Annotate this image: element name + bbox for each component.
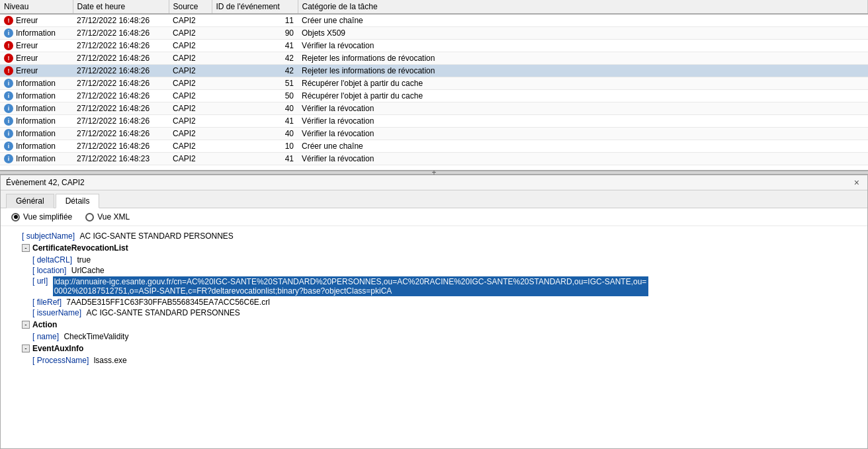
radio-simplified-circle bbox=[11, 213, 20, 222]
cell-source: CAPI2 bbox=[169, 153, 212, 165]
level-text: Information bbox=[16, 154, 56, 163]
info-icon: i bbox=[4, 129, 13, 138]
tab-general[interactable]: Général bbox=[6, 194, 54, 208]
cell-date: 27/12/2022 16:48:26 bbox=[73, 140, 169, 153]
level-text: Information bbox=[16, 129, 56, 138]
cell-category: Récupérer l'objet à partir du cache bbox=[298, 90, 868, 102]
fileref-line: [ fileRef] 7AAD5E315FF1C63F30FFAB5568345… bbox=[32, 298, 857, 307]
section-crl-header: - CertificateRevocationList bbox=[11, 243, 857, 253]
level-text: Erreur bbox=[16, 54, 38, 63]
level-text: Erreur bbox=[16, 66, 38, 75]
info-icon: i bbox=[4, 142, 13, 151]
cell-category: Vérifier la révocation bbox=[298, 40, 868, 52]
level-text: Erreur bbox=[16, 41, 38, 50]
col-id[interactable]: ID de l'événement bbox=[212, 0, 298, 14]
cell-date: 27/12/2022 16:48:26 bbox=[73, 27, 169, 40]
cell-source: CAPI2 bbox=[169, 14, 212, 27]
table-scroll[interactable]: Niveau Date et heure Source ID de l'évén… bbox=[0, 0, 868, 170]
section-action-name: Action bbox=[32, 320, 57, 329]
table-row[interactable]: !Erreur27/12/2022 16:48:26CAPI242Rejeter… bbox=[0, 65, 868, 77]
panel-title: Évènement 42, CAPI2 bbox=[6, 178, 85, 187]
cell-source: CAPI2 bbox=[169, 77, 212, 90]
collapse-eventaux-btn[interactable]: - bbox=[22, 345, 30, 352]
error-icon: ! bbox=[4, 66, 13, 75]
cell-source: CAPI2 bbox=[169, 128, 212, 140]
table-row[interactable]: iInformation27/12/2022 16:48:26CAPI241Vé… bbox=[0, 115, 868, 128]
cell-source: CAPI2 bbox=[169, 102, 212, 115]
eventaux-fields: [ ProcessName] lsass.exe bbox=[11, 356, 857, 365]
cell-id: 90 bbox=[212, 27, 298, 40]
table-row[interactable]: iInformation27/12/2022 16:48:26CAPI250Ré… bbox=[0, 90, 868, 102]
subject-name-value: AC IGC-SANTE STANDARD PERSONNES bbox=[79, 231, 233, 241]
location-value: UrlCache bbox=[71, 266, 105, 275]
cell-id: 11 bbox=[212, 14, 298, 27]
location-line: [ location] UrlCache bbox=[32, 266, 857, 275]
collapse-action-btn[interactable]: - bbox=[22, 321, 30, 329]
cell-category: Récupérer l'objet à partir du cache bbox=[298, 77, 868, 90]
cell-id: 41 bbox=[212, 115, 298, 128]
subject-name-key: [ subjectName] bbox=[22, 231, 75, 241]
url-value[interactable]: ldap://annuaire-igc.esante.gouv.fr/cn=AC… bbox=[53, 276, 648, 296]
cell-source: CAPI2 bbox=[169, 90, 212, 102]
cell-source: CAPI2 bbox=[169, 140, 212, 153]
processname-key: [ ProcessName] bbox=[32, 356, 89, 365]
cell-id: 51 bbox=[212, 77, 298, 90]
cell-id: 40 bbox=[212, 102, 298, 115]
issuername-key: [ issuerName] bbox=[32, 308, 81, 317]
section-eventaux-name: EventAuxInfo bbox=[32, 344, 83, 353]
cell-id: 42 bbox=[212, 65, 298, 77]
table-row[interactable]: iInformation27/12/2022 16:48:26CAPI210Cr… bbox=[0, 140, 868, 153]
col-date[interactable]: Date et heure bbox=[73, 0, 169, 14]
cell-id: 41 bbox=[212, 153, 298, 165]
action-fields: [ name] CheckTimeValidity bbox=[11, 332, 857, 341]
fileref-key: [ fileRef] bbox=[32, 298, 62, 307]
col-niveau[interactable]: Niveau bbox=[0, 0, 73, 14]
cell-category: Créer une chaîne bbox=[298, 140, 868, 153]
delta-crl-line: [ deltaCRL] true bbox=[32, 255, 857, 265]
radio-xml[interactable]: Vue XML bbox=[85, 212, 130, 222]
cell-category: Vérifier la révocation bbox=[298, 115, 868, 128]
cell-category: Vérifier la révocation bbox=[298, 102, 868, 115]
info-icon: i bbox=[4, 91, 13, 101]
table-row[interactable]: !Erreur27/12/2022 16:48:26CAPI242Rejeter… bbox=[0, 52, 868, 65]
cell-level: iInformation bbox=[0, 77, 73, 90]
collapse-crl-btn[interactable]: - bbox=[22, 244, 30, 252]
cell-source: CAPI2 bbox=[169, 27, 212, 40]
table-row[interactable]: iInformation27/12/2022 16:48:23CAPI241Vé… bbox=[0, 153, 868, 165]
col-category[interactable]: Catégorie de la tâche bbox=[298, 0, 868, 14]
radio-xml-label: Vue XML bbox=[97, 212, 130, 222]
content-area[interactable]: [ subjectName] AC IGC-SANTE STANDARD PER… bbox=[1, 226, 867, 448]
error-icon: ! bbox=[4, 41, 13, 50]
level-text: Information bbox=[16, 104, 56, 113]
table-row[interactable]: iInformation27/12/2022 16:48:26CAPI251Ré… bbox=[0, 77, 868, 90]
radio-simplified[interactable]: Vue simplifiée bbox=[11, 212, 72, 222]
table-row[interactable]: iInformation27/12/2022 16:48:26CAPI240Vé… bbox=[0, 102, 868, 115]
level-text: Information bbox=[16, 91, 56, 101]
cell-category: Rejeter les informations de révocation bbox=[298, 52, 868, 65]
info-icon: i bbox=[4, 79, 13, 88]
table-row[interactable]: !Erreur27/12/2022 16:48:26CAPI211Créer u… bbox=[0, 14, 868, 27]
cell-id: 50 bbox=[212, 90, 298, 102]
cell-category: Vérifier la révocation bbox=[298, 128, 868, 140]
close-button[interactable]: × bbox=[851, 178, 862, 187]
event-table: Niveau Date et heure Source ID de l'évén… bbox=[0, 0, 868, 165]
cell-date: 27/12/2022 16:48:26 bbox=[73, 52, 169, 65]
col-source[interactable]: Source bbox=[169, 0, 212, 14]
table-row[interactable]: iInformation27/12/2022 16:48:26CAPI240Vé… bbox=[0, 128, 868, 140]
radio-bar: Vue simplifiée Vue XML bbox=[1, 208, 867, 226]
table-row[interactable]: !Erreur27/12/2022 16:48:26CAPI241Vérifie… bbox=[0, 40, 868, 52]
cell-level: iInformation bbox=[0, 128, 73, 140]
radio-simplified-label: Vue simplifiée bbox=[23, 212, 72, 222]
cell-level: !Erreur bbox=[0, 65, 73, 77]
cell-id: 41 bbox=[212, 40, 298, 52]
cell-level: iInformation bbox=[0, 153, 73, 165]
table-row[interactable]: iInformation27/12/2022 16:48:26CAPI290Ob… bbox=[0, 27, 868, 40]
tab-details[interactable]: Détails bbox=[56, 194, 100, 208]
tabs-bar: Général Détails bbox=[1, 190, 867, 208]
issuername-value: AC IGC-SANTE STANDARD PERSONNES bbox=[86, 308, 239, 317]
cell-date: 27/12/2022 16:48:26 bbox=[73, 90, 169, 102]
section-action-header: - Action bbox=[11, 320, 857, 329]
top-panel: Niveau Date et heure Source ID de l'évén… bbox=[0, 0, 868, 171]
cell-category: Vérifier la révocation bbox=[298, 153, 868, 165]
cell-date: 27/12/2022 16:48:26 bbox=[73, 14, 169, 27]
